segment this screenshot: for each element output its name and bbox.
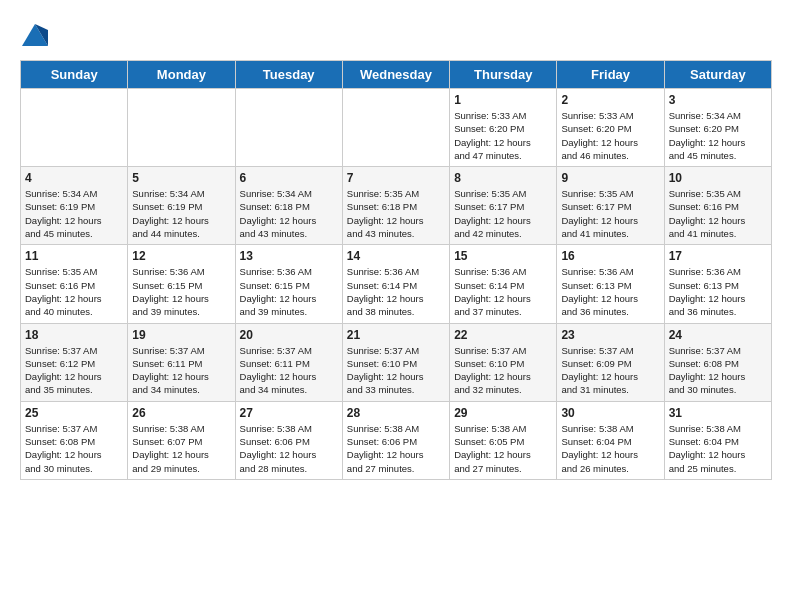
day-number: 14 [347,249,445,263]
day-number: 8 [454,171,552,185]
day-info: Sunrise: 5:34 AM Sunset: 6:20 PM Dayligh… [669,109,767,162]
calendar-cell: 31Sunrise: 5:38 AM Sunset: 6:04 PM Dayli… [664,401,771,479]
day-number: 17 [669,249,767,263]
day-number: 29 [454,406,552,420]
calendar-cell: 18Sunrise: 5:37 AM Sunset: 6:12 PM Dayli… [21,323,128,401]
day-number: 5 [132,171,230,185]
day-number: 6 [240,171,338,185]
day-info: Sunrise: 5:34 AM Sunset: 6:18 PM Dayligh… [240,187,338,240]
day-number: 20 [240,328,338,342]
day-info: Sunrise: 5:35 AM Sunset: 6:17 PM Dayligh… [454,187,552,240]
day-info: Sunrise: 5:37 AM Sunset: 6:12 PM Dayligh… [25,344,123,397]
day-info: Sunrise: 5:36 AM Sunset: 6:15 PM Dayligh… [240,265,338,318]
day-number: 15 [454,249,552,263]
calendar-cell: 30Sunrise: 5:38 AM Sunset: 6:04 PM Dayli… [557,401,664,479]
calendar-cell [128,89,235,167]
day-number: 4 [25,171,123,185]
calendar-cell: 14Sunrise: 5:36 AM Sunset: 6:14 PM Dayli… [342,245,449,323]
calendar-cell: 1Sunrise: 5:33 AM Sunset: 6:20 PM Daylig… [450,89,557,167]
calendar-cell: 5Sunrise: 5:34 AM Sunset: 6:19 PM Daylig… [128,167,235,245]
day-info: Sunrise: 5:37 AM Sunset: 6:11 PM Dayligh… [132,344,230,397]
day-number: 26 [132,406,230,420]
day-number: 2 [561,93,659,107]
day-info: Sunrise: 5:37 AM Sunset: 6:09 PM Dayligh… [561,344,659,397]
calendar-day-header: Friday [557,61,664,89]
calendar-cell: 16Sunrise: 5:36 AM Sunset: 6:13 PM Dayli… [557,245,664,323]
day-number: 18 [25,328,123,342]
calendar-cell: 24Sunrise: 5:37 AM Sunset: 6:08 PM Dayli… [664,323,771,401]
calendar-cell: 21Sunrise: 5:37 AM Sunset: 6:10 PM Dayli… [342,323,449,401]
calendar-cell: 20Sunrise: 5:37 AM Sunset: 6:11 PM Dayli… [235,323,342,401]
calendar-cell: 7Sunrise: 5:35 AM Sunset: 6:18 PM Daylig… [342,167,449,245]
day-info: Sunrise: 5:37 AM Sunset: 6:11 PM Dayligh… [240,344,338,397]
calendar-day-header: Monday [128,61,235,89]
calendar-cell: 8Sunrise: 5:35 AM Sunset: 6:17 PM Daylig… [450,167,557,245]
calendar-cell: 4Sunrise: 5:34 AM Sunset: 6:19 PM Daylig… [21,167,128,245]
calendar-day-header: Sunday [21,61,128,89]
day-info: Sunrise: 5:34 AM Sunset: 6:19 PM Dayligh… [132,187,230,240]
page-header [20,20,772,50]
calendar-cell: 12Sunrise: 5:36 AM Sunset: 6:15 PM Dayli… [128,245,235,323]
calendar-cell: 19Sunrise: 5:37 AM Sunset: 6:11 PM Dayli… [128,323,235,401]
day-number: 11 [25,249,123,263]
day-number: 31 [669,406,767,420]
calendar-cell: 26Sunrise: 5:38 AM Sunset: 6:07 PM Dayli… [128,401,235,479]
day-info: Sunrise: 5:37 AM Sunset: 6:10 PM Dayligh… [347,344,445,397]
calendar-cell: 15Sunrise: 5:36 AM Sunset: 6:14 PM Dayli… [450,245,557,323]
day-info: Sunrise: 5:36 AM Sunset: 6:13 PM Dayligh… [669,265,767,318]
day-info: Sunrise: 5:35 AM Sunset: 6:16 PM Dayligh… [669,187,767,240]
calendar-week-row: 1Sunrise: 5:33 AM Sunset: 6:20 PM Daylig… [21,89,772,167]
calendar-cell [21,89,128,167]
day-number: 24 [669,328,767,342]
day-number: 12 [132,249,230,263]
calendar-cell: 17Sunrise: 5:36 AM Sunset: 6:13 PM Dayli… [664,245,771,323]
day-number: 19 [132,328,230,342]
day-info: Sunrise: 5:37 AM Sunset: 6:08 PM Dayligh… [669,344,767,397]
day-info: Sunrise: 5:36 AM Sunset: 6:15 PM Dayligh… [132,265,230,318]
day-info: Sunrise: 5:34 AM Sunset: 6:19 PM Dayligh… [25,187,123,240]
day-number: 16 [561,249,659,263]
calendar-cell: 10Sunrise: 5:35 AM Sunset: 6:16 PM Dayli… [664,167,771,245]
day-number: 28 [347,406,445,420]
day-info: Sunrise: 5:35 AM Sunset: 6:16 PM Dayligh… [25,265,123,318]
calendar-cell: 29Sunrise: 5:38 AM Sunset: 6:05 PM Dayli… [450,401,557,479]
calendar-cell: 6Sunrise: 5:34 AM Sunset: 6:18 PM Daylig… [235,167,342,245]
day-number: 27 [240,406,338,420]
day-info: Sunrise: 5:38 AM Sunset: 6:04 PM Dayligh… [561,422,659,475]
day-number: 22 [454,328,552,342]
calendar-cell: 11Sunrise: 5:35 AM Sunset: 6:16 PM Dayli… [21,245,128,323]
day-info: Sunrise: 5:38 AM Sunset: 6:06 PM Dayligh… [347,422,445,475]
calendar-header-row: SundayMondayTuesdayWednesdayThursdayFrid… [21,61,772,89]
day-info: Sunrise: 5:38 AM Sunset: 6:06 PM Dayligh… [240,422,338,475]
day-info: Sunrise: 5:33 AM Sunset: 6:20 PM Dayligh… [561,109,659,162]
day-info: Sunrise: 5:35 AM Sunset: 6:17 PM Dayligh… [561,187,659,240]
calendar-day-header: Wednesday [342,61,449,89]
calendar-cell: 22Sunrise: 5:37 AM Sunset: 6:10 PM Dayli… [450,323,557,401]
calendar-week-row: 25Sunrise: 5:37 AM Sunset: 6:08 PM Dayli… [21,401,772,479]
calendar-cell: 2Sunrise: 5:33 AM Sunset: 6:20 PM Daylig… [557,89,664,167]
day-info: Sunrise: 5:37 AM Sunset: 6:08 PM Dayligh… [25,422,123,475]
day-number: 9 [561,171,659,185]
calendar-cell: 13Sunrise: 5:36 AM Sunset: 6:15 PM Dayli… [235,245,342,323]
calendar-cell: 28Sunrise: 5:38 AM Sunset: 6:06 PM Dayli… [342,401,449,479]
day-info: Sunrise: 5:38 AM Sunset: 6:07 PM Dayligh… [132,422,230,475]
calendar-cell: 3Sunrise: 5:34 AM Sunset: 6:20 PM Daylig… [664,89,771,167]
calendar-week-row: 11Sunrise: 5:35 AM Sunset: 6:16 PM Dayli… [21,245,772,323]
calendar-day-header: Saturday [664,61,771,89]
day-info: Sunrise: 5:38 AM Sunset: 6:04 PM Dayligh… [669,422,767,475]
day-number: 25 [25,406,123,420]
day-number: 23 [561,328,659,342]
calendar-cell: 9Sunrise: 5:35 AM Sunset: 6:17 PM Daylig… [557,167,664,245]
day-info: Sunrise: 5:38 AM Sunset: 6:05 PM Dayligh… [454,422,552,475]
day-info: Sunrise: 5:33 AM Sunset: 6:20 PM Dayligh… [454,109,552,162]
day-info: Sunrise: 5:36 AM Sunset: 6:13 PM Dayligh… [561,265,659,318]
day-info: Sunrise: 5:36 AM Sunset: 6:14 PM Dayligh… [454,265,552,318]
day-number: 10 [669,171,767,185]
day-info: Sunrise: 5:37 AM Sunset: 6:10 PM Dayligh… [454,344,552,397]
calendar-cell [235,89,342,167]
logo [20,20,54,50]
day-number: 13 [240,249,338,263]
calendar-cell: 25Sunrise: 5:37 AM Sunset: 6:08 PM Dayli… [21,401,128,479]
calendar-cell: 27Sunrise: 5:38 AM Sunset: 6:06 PM Dayli… [235,401,342,479]
calendar-week-row: 4Sunrise: 5:34 AM Sunset: 6:19 PM Daylig… [21,167,772,245]
